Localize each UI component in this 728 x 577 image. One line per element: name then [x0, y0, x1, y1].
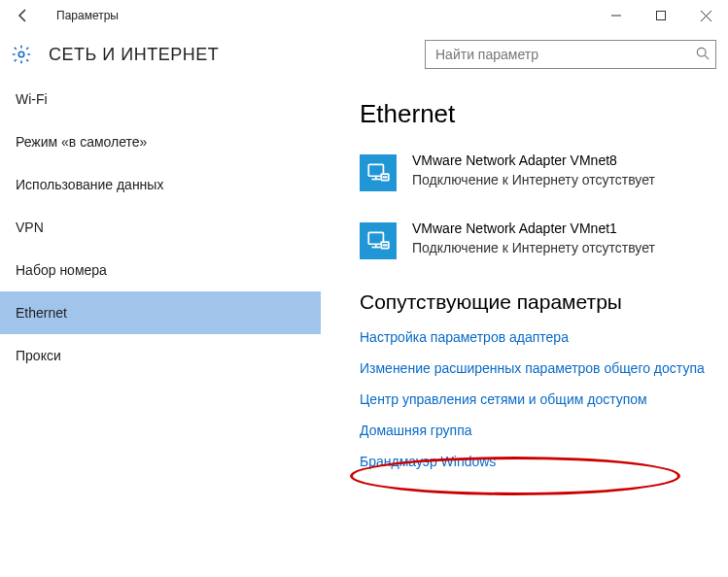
link-advanced-sharing[interactable]: Изменение расширенных параметров общего …	[360, 360, 718, 376]
svg-point-4	[18, 51, 24, 57]
svg-rect-1	[657, 12, 666, 20]
sidebar-item-datausage[interactable]: Использование данных	[0, 163, 321, 206]
svg-line-6	[705, 55, 709, 59]
link-adapter-settings[interactable]: Настройка параметров адаптера	[360, 329, 718, 345]
window-title: Параметры	[56, 9, 119, 22]
sidebar-item-ethernet[interactable]: Ethernet	[0, 291, 321, 334]
maximize-button[interactable]	[639, 0, 683, 31]
related-heading: Сопутствующие параметры	[360, 290, 718, 314]
adapter-name: VMware Network Adapter VMnet1	[412, 221, 655, 236]
sidebar-item-airplane[interactable]: Режим «в самолете»	[0, 120, 321, 163]
page-heading: СЕТЬ И ИНТЕРНЕТ	[49, 45, 219, 65]
ethernet-icon	[360, 154, 397, 191]
ethernet-icon	[360, 222, 397, 259]
gear-icon	[8, 41, 35, 68]
adapter-name: VMware Network Adapter VMnet8	[412, 153, 655, 168]
adapter-item[interactable]: VMware Network Adapter VMnet8 Подключени…	[360, 153, 718, 191]
search-input[interactable]	[433, 46, 696, 63]
minimize-button[interactable]	[594, 0, 639, 31]
sidebar-item-vpn[interactable]: VPN	[0, 206, 321, 249]
adapter-status: Подключение к Интернету отсутствует	[412, 240, 655, 255]
link-firewall[interactable]: Брандмауэр Windows	[360, 454, 718, 469]
page-title: Ethernet	[360, 99, 718, 129]
adapter-status: Подключение к Интернету отсутствует	[412, 172, 655, 187]
back-button[interactable]	[8, 0, 39, 31]
search-icon	[696, 47, 710, 63]
search-box[interactable]	[425, 40, 716, 69]
sidebar-item-dialup[interactable]: Набор номера	[0, 249, 321, 291]
sidebar-item-wifi[interactable]: Wi-Fi	[0, 78, 321, 120]
adapter-item[interactable]: VMware Network Adapter VMnet1 Подключени…	[360, 221, 718, 259]
close-button[interactable]	[683, 0, 728, 31]
sidebar: Wi-Fi Режим «в самолете» Использование д…	[0, 78, 321, 577]
sidebar-item-proxy[interactable]: Прокси	[0, 334, 321, 377]
svg-point-5	[697, 48, 706, 56]
link-network-center[interactable]: Центр управления сетями и общим доступом	[360, 391, 718, 407]
link-homegroup[interactable]: Домашняя группа	[360, 423, 718, 438]
